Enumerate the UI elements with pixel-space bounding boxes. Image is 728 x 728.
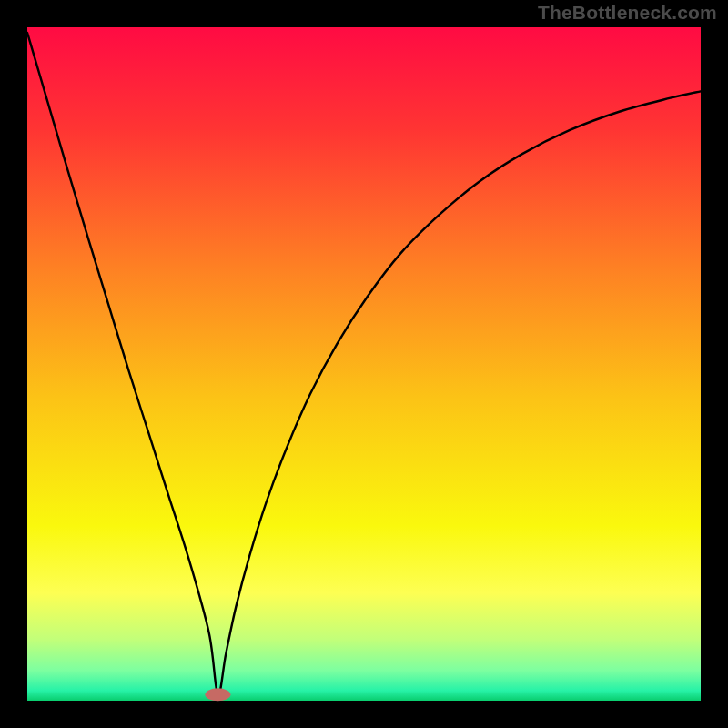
chart-container: { "watermark": "TheBottleneck.com", "cha… <box>0 0 728 728</box>
watermark-text: TheBottleneck.com <box>538 2 717 24</box>
plot-background <box>27 27 701 701</box>
minimum-marker <box>205 688 230 701</box>
bottleneck-chart <box>0 0 728 728</box>
